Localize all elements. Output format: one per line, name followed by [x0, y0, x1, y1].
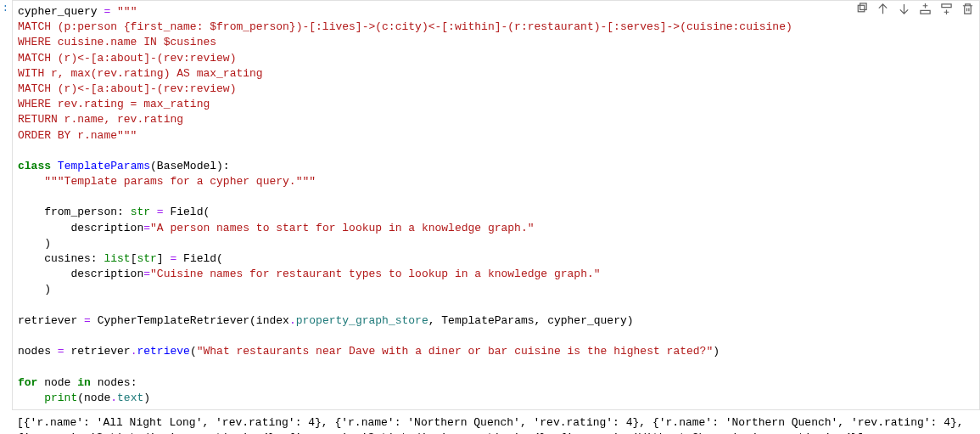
cell-toolbar [855, 3, 974, 15]
code-line: nodes = retriever.retrieve("What restaur… [18, 345, 720, 358]
code-line: MATCH (r)<-[a:about]-(rev:review) [18, 82, 236, 95]
svg-rect-2 [921, 10, 930, 14]
insert-above-icon[interactable] [919, 3, 932, 15]
code-content[interactable]: cypher_query = """ MATCH (p:person {firs… [18, 4, 974, 406]
cell-prompt: : [0, 0, 12, 410]
cell-input[interactable]: cypher_query = """ MATCH (p:person {firs… [12, 0, 980, 410]
svg-rect-3 [942, 4, 951, 8]
code-line: from_person: str = Field( [18, 206, 210, 218]
code-line: description="Cuisine names for restauran… [18, 268, 601, 280]
svg-rect-1 [860, 3, 867, 10]
code-line: class TemplateParams(BaseModel): [18, 160, 230, 172]
insert-below-icon[interactable] [940, 3, 953, 15]
code-line: for node in nodes: [18, 376, 137, 389]
code-line: WHERE cuisine.name IN $cusines [18, 36, 216, 48]
code-line: cusines: list[str] = Field( [18, 252, 223, 265]
code-line: print(node.text) [18, 392, 150, 404]
code-cell: : cypher_query = """ MATCH (p:person {fi… [0, 0, 980, 410]
code-line: ORDER BY r.name""" [18, 129, 137, 142]
code-line: retriever = CypherTemplateRetriever(inde… [18, 314, 634, 327]
trash-icon[interactable] [961, 3, 974, 15]
code-line: MATCH (p:person {first_name: $from_perso… [18, 20, 792, 33]
cell-output: [{'r.name': 'All Night Long', 'rev.ratin… [0, 410, 980, 434]
code-line: ) [18, 237, 51, 250]
arrow-up-icon[interactable] [876, 3, 889, 15]
code-line: cypher_query = """ [18, 5, 137, 18]
arrow-down-icon[interactable] [898, 3, 910, 15]
code-line: RETURN r.name, rev.rating [18, 113, 183, 126]
code-line: WITH r, max(rev.rating) AS max_rating [18, 67, 263, 80]
code-line: """Template params for a cypher query.""… [18, 175, 316, 188]
duplicate-icon[interactable] [855, 3, 868, 15]
code-line: ) [18, 283, 51, 296]
code-line: description="A person names to start for… [18, 222, 535, 234]
code-line: WHERE rev.rating = max_rating [18, 98, 210, 110]
code-line: MATCH (r)<-[a:about]-(rev:review) [18, 52, 236, 65]
svg-rect-0 [858, 5, 865, 12]
